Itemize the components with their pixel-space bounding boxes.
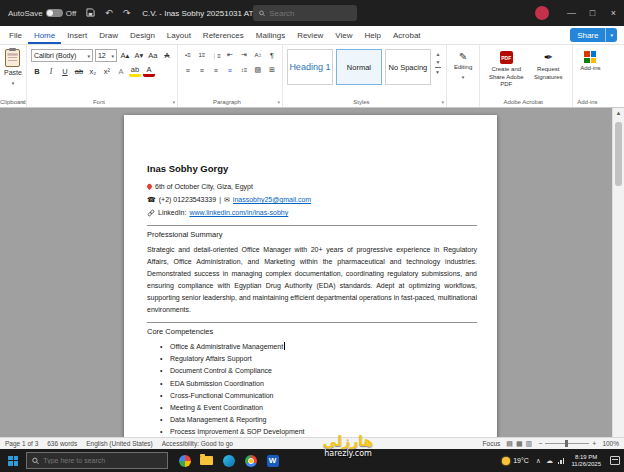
zoom-in-icon[interactable]: + — [592, 440, 596, 447]
borders-icon[interactable]: ⊞ — [266, 64, 278, 76]
tab-acrobat[interactable]: Acrobat — [387, 28, 427, 44]
show-formatting-icon[interactable]: ¶ — [266, 49, 278, 61]
paste-button[interactable]: Paste ▾ — [4, 49, 22, 86]
autosave-switch[interactable] — [46, 9, 63, 17]
focus-mode-button[interactable]: Focus — [483, 440, 501, 447]
tab-design[interactable]: Design — [124, 28, 161, 44]
scrollbar-thumb[interactable] — [615, 122, 622, 186]
share-button[interactable]: Share ▾ — [570, 28, 617, 42]
grow-font-icon[interactable]: A▴ — [119, 50, 131, 62]
tab-insert[interactable]: Insert — [61, 28, 93, 44]
save-icon[interactable] — [85, 8, 96, 19]
user-avatar[interactable] — [535, 6, 549, 20]
clear-formatting-icon[interactable]: A — [161, 50, 173, 62]
sort-icon[interactable]: A↕ — [252, 49, 264, 61]
onedrive-cloud-icon[interactable]: ☁ — [546, 457, 553, 465]
taskbar-search-input[interactable] — [43, 457, 162, 464]
tab-review[interactable]: Review — [291, 28, 329, 44]
page-indicator[interactable]: Page 1 of 3 — [5, 440, 38, 447]
tab-layout[interactable]: Layout — [161, 28, 197, 44]
zoom-level[interactable]: 100% — [602, 440, 619, 447]
style-normal[interactable]: Normal — [336, 49, 382, 85]
network-icon[interactable] — [558, 458, 565, 464]
highlight-color-button[interactable]: ab — [129, 65, 141, 77]
italic-button[interactable]: I — [45, 65, 57, 77]
decrease-indent-icon[interactable]: ⇤ — [224, 49, 236, 61]
word-count[interactable]: 636 words — [47, 440, 77, 447]
zoom-slider[interactable] — [545, 443, 589, 444]
zoom-out-icon[interactable]: − — [538, 440, 542, 447]
font-name-combo[interactable]: Calibri (Body) ▾ — [31, 49, 93, 62]
align-center-icon[interactable]: ≡ — [196, 64, 208, 76]
tab-mailings[interactable]: Mailings — [250, 28, 291, 44]
create-pdf-button[interactable]: PDF Create and Share Adobe PDF — [484, 49, 528, 91]
underline-button[interactable]: U — [59, 65, 71, 77]
tab-view[interactable]: View — [329, 28, 358, 44]
taskbar-search-box[interactable] — [26, 452, 168, 469]
editing-dropdown-icon[interactable]: ▾ — [462, 74, 465, 80]
strikethrough-button[interactable]: ab — [73, 65, 85, 77]
close-button[interactable]: × — [603, 0, 624, 26]
word-app-icon[interactable]: W — [266, 454, 279, 467]
share-dropdown-icon[interactable]: ▾ — [605, 28, 617, 42]
accessibility-status[interactable]: Accessibility: Good to go — [162, 440, 233, 447]
minimize-button[interactable]: — — [561, 0, 582, 26]
shading-icon[interactable]: ▨ — [252, 64, 264, 76]
paste-dropdown-icon[interactable]: ▾ — [12, 80, 15, 86]
style-heading1[interactable]: Heading 1 — [287, 49, 333, 85]
ribbon-search-box[interactable] — [253, 5, 357, 21]
multilevel-list-icon[interactable]: ⋮≡ — [210, 49, 222, 61]
maximize-button[interactable]: □ — [582, 0, 603, 26]
numbered-list-icon[interactable]: 1≡ — [196, 49, 208, 61]
addins-button[interactable]: Add-ins — [577, 49, 603, 75]
style-nospacing[interactable]: No Spacing — [385, 49, 431, 85]
subscript-button[interactable]: x₂ — [87, 65, 99, 77]
shrink-font-icon[interactable]: A▾ — [133, 50, 145, 62]
action-center-icon[interactable] — [610, 456, 620, 465]
styles-more-icon[interactable]: ▼ — [435, 67, 441, 75]
font-size-dropdown-icon[interactable]: ▾ — [111, 53, 114, 59]
font-color-button[interactable]: A — [143, 65, 155, 77]
styles-scroll-up-icon[interactable]: ▲ — [435, 51, 440, 57]
email-link[interactable]: inassobhy25@gmail.com — [233, 193, 311, 206]
autosave-toggle[interactable]: AutoSave Off — [8, 9, 76, 18]
tab-draw[interactable]: Draw — [93, 28, 124, 44]
align-left-icon[interactable]: ≡ — [182, 64, 194, 76]
scroll-up-icon[interactable]: ▲ — [613, 108, 624, 116]
hidden-icons-chevron-icon[interactable]: ∧ — [536, 457, 541, 465]
text-effects-icon[interactable]: A — [115, 65, 127, 77]
document-page[interactable]: Inas Sobhy Gorgy 6th of October City, Gi… — [124, 115, 497, 437]
zoom-slider-thumb[interactable] — [565, 440, 568, 447]
line-spacing-icon[interactable]: ↕≡ — [238, 64, 250, 76]
paragraph-dialog-launcher-icon[interactable]: ▾ — [277, 99, 280, 105]
font-size-combo[interactable]: 12 ▾ — [95, 49, 117, 62]
request-signatures-button[interactable]: ✒ Request Signatures — [528, 49, 568, 91]
editing-button[interactable]: ✎ Editing ▾ — [451, 49, 475, 82]
language-indicator[interactable]: English (United States) — [86, 440, 152, 447]
change-case-icon[interactable]: Aa — [147, 50, 159, 62]
styles-scroll-down-icon[interactable]: ▼ — [435, 59, 440, 65]
web-layout-icon[interactable]: ▥ — [526, 440, 533, 448]
justify-icon[interactable]: ≡ — [224, 64, 236, 76]
read-mode-icon[interactable]: ▤ — [506, 440, 513, 448]
start-button[interactable] — [0, 449, 26, 472]
document-canvas[interactable]: Inas Sobhy Gorgy 6th of October City, Gi… — [0, 108, 624, 437]
font-name-dropdown-icon[interactable]: ▾ — [87, 53, 90, 59]
bullet-list-button[interactable]: •≡ — [182, 49, 194, 61]
tab-references[interactable]: References — [197, 28, 250, 44]
redo-icon[interactable]: ↷ — [121, 8, 132, 18]
edge-browser-icon[interactable] — [222, 454, 235, 467]
styles-dialog-launcher-icon[interactable]: ▾ — [441, 99, 444, 105]
bold-button[interactable]: B — [31, 65, 43, 77]
increase-indent-icon[interactable]: ⇥ — [238, 49, 250, 61]
vertical-scrollbar[interactable]: ▲ — [612, 108, 624, 437]
taskbar-clock[interactable]: 8:19 PM 11/26/2025 — [571, 454, 601, 468]
superscript-button[interactable]: x² — [101, 65, 113, 77]
search-input[interactable] — [269, 9, 351, 18]
print-layout-icon[interactable]: ▦ — [516, 440, 523, 448]
tab-file[interactable]: File — [3, 28, 28, 44]
file-explorer-icon[interactable] — [200, 454, 213, 467]
undo-icon[interactable]: ↶ — [103, 8, 114, 18]
tab-home[interactable]: Home — [28, 28, 61, 44]
linkedin-link[interactable]: www.linkedin.com/in/inas-sobhy — [189, 206, 288, 219]
